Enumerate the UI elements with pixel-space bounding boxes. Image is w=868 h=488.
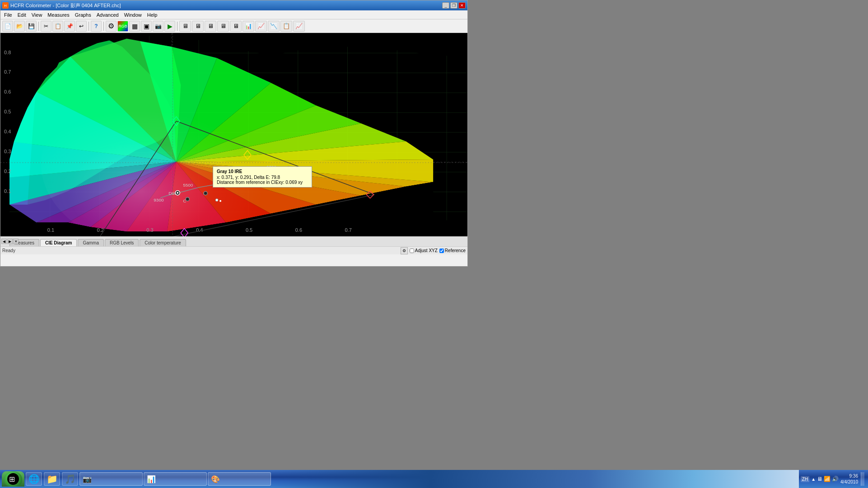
adjust-xyz-input[interactable]	[410, 249, 414, 253]
toolbar: 📄 📂 💾 ✂ 📋 📌 ↩ ? ⚙ RGB ▦ ▣ 📷 ▶ 🖥 🖥 🖥 🖥 🖥 …	[0, 19, 467, 33]
tab-nav: ◀ ▶ ✕	[1, 239, 19, 244]
menu-bar: File Edit View Measures Graphs Advanced …	[0, 10, 467, 19]
taskbar-app-paint[interactable]: 🎨	[208, 472, 271, 486]
tab-cie-diagram[interactable]: CIE Diagram	[40, 239, 77, 246]
svg-point-85	[186, 197, 189, 201]
menu-window[interactable]: Window	[121, 11, 145, 19]
menu-edit[interactable]: Edit	[15, 11, 29, 19]
copy-button[interactable]: 📋	[52, 21, 63, 32]
reference-input[interactable]	[439, 249, 444, 253]
menu-view[interactable]: View	[29, 11, 45, 19]
svg-text:0.4: 0.4	[4, 129, 11, 134]
title-bar-buttons: _ ❐ ✕	[442, 2, 466, 9]
reference-checkbox[interactable]: Reference	[439, 248, 466, 253]
chart2-button[interactable]: 📈	[255, 21, 267, 32]
tab-prev-button[interactable]: ◀	[1, 239, 7, 244]
tab-close-button[interactable]: ✕	[13, 239, 19, 244]
svg-marker-48	[0, 33, 9, 236]
separator-1	[38, 22, 39, 31]
show-desktop-button[interactable]	[861, 472, 864, 486]
tab-color-temperature[interactable]: Color temperature	[140, 239, 186, 246]
cie-chart-area: 0.8 0.7 0.6 0.5 0.4 0.3 0.2 0.1 0.1 0.2 …	[0, 33, 467, 236]
new-button[interactable]: 📄	[2, 21, 13, 32]
monitor5-button[interactable]: 🖥	[230, 21, 242, 32]
taskbar-bg	[273, 470, 799, 488]
color-wheel-button[interactable]: ⚙	[106, 21, 117, 32]
monitor2-button[interactable]: 🖥	[192, 21, 204, 32]
separator-4	[177, 22, 177, 31]
paste-button[interactable]: 📌	[64, 21, 75, 32]
tabs-bar: ◀ ▶ ✕ Measures CIE Diagram Gamma RGB Lev…	[0, 236, 467, 246]
separator-2	[89, 22, 89, 31]
svg-text:0.6: 0.6	[295, 227, 302, 233]
svg-text:0.6: 0.6	[4, 89, 11, 94]
window-title: HCFR Colorimeter - [Color 影声 0404 AFTER.…	[10, 2, 121, 9]
chart4-button[interactable]: 📋	[280, 21, 292, 32]
title-bar: H HCFR Colorimeter - [Color 影声 0404 AFTE…	[0, 0, 467, 10]
system-tray: ZH ▲ 🖥 📶 🔊 9:36 4/4/2010	[801, 472, 866, 486]
menu-measures[interactable]: Measures	[45, 11, 72, 19]
status-icon: ⚙	[401, 247, 408, 254]
taskbar-app-chart[interactable]: 📊	[144, 472, 207, 486]
monitor4-button[interactable]: 🖥	[217, 21, 229, 32]
folder-button[interactable]: 📁	[44, 472, 60, 486]
svg-text:0.3: 0.3	[146, 227, 153, 233]
close-button[interactable]: ✕	[458, 2, 466, 9]
app-icon: H	[2, 2, 9, 9]
svg-point-83	[177, 192, 178, 194]
volume-icon: 🔊	[832, 476, 839, 482]
chart1-button[interactable]: 📊	[243, 21, 254, 32]
svg-text:0.1: 0.1	[4, 188, 11, 194]
rgb-button[interactable]: RGB	[117, 21, 128, 32]
svg-text:0.2: 0.2	[4, 169, 11, 174]
save-button[interactable]: 💾	[26, 21, 37, 32]
svg-point-84	[204, 192, 207, 195]
svg-text:5500: 5500	[183, 183, 193, 188]
help-button[interactable]: ?	[91, 21, 102, 32]
menu-graphs[interactable]: Graphs	[72, 11, 94, 19]
media-button[interactable]: 🎵	[62, 472, 78, 486]
svg-text:⊞: ⊞	[9, 475, 15, 483]
cut-button[interactable]: ✂	[41, 21, 51, 32]
svg-text:2700: 2700	[266, 164, 277, 169]
menu-advanced[interactable]: Advanced	[94, 11, 121, 19]
tab-next-button[interactable]: ▶	[7, 239, 13, 244]
chart5-button[interactable]: 📈	[293, 21, 305, 32]
menu-file[interactable]: File	[1, 11, 15, 19]
status-bar: Ready ⚙ Adjust XYZ Reference	[0, 246, 467, 254]
pattern2-button[interactable]: ▣	[141, 21, 152, 32]
chart3-button[interactable]: 📉	[268, 21, 280, 32]
svg-text:0.7: 0.7	[345, 227, 352, 233]
title-bar-text: H HCFR Colorimeter - [Color 影声 0404 AFTE…	[2, 2, 121, 9]
pattern1-button[interactable]: ▦	[129, 21, 140, 32]
tab-rgb-levels[interactable]: RGB Levels	[105, 239, 139, 246]
start-button[interactable]: ⊞	[2, 471, 24, 487]
undo-button[interactable]: ↩	[76, 21, 87, 32]
reference-label: Reference	[445, 248, 466, 253]
camera-button[interactable]: 📷	[153, 21, 163, 32]
monitor1-button[interactable]: 🖥	[179, 21, 191, 32]
svg-text:0.5: 0.5	[4, 109, 11, 114]
taskbar-app-photos[interactable]: 📷	[79, 472, 143, 486]
minimize-button[interactable]: _	[442, 2, 449, 9]
menu-help[interactable]: Help	[145, 11, 160, 19]
tab-gamma[interactable]: Gamma	[78, 239, 104, 246]
open-button[interactable]: 📂	[14, 21, 25, 32]
taskbar: ⊞ 🌐 📁 🎵 📷 📊 🎨 ZH ▲ 🖥 📶 🔊 9:36 4/4/2010	[0, 470, 868, 488]
svg-text:0.1: 0.1	[47, 227, 54, 233]
main-window: H HCFR Colorimeter - [Color 影声 0404 AFTE…	[0, 0, 468, 267]
status-right: ⚙ Adjust XYZ Reference	[401, 247, 466, 254]
adjust-xyz-checkbox[interactable]: Adjust XYZ	[410, 248, 438, 253]
svg-text:0.8: 0.8	[4, 50, 11, 55]
restore-button[interactable]: ❐	[450, 2, 457, 9]
locale-indicator: ZH	[801, 476, 809, 482]
date-display: 4/4/2010	[840, 479, 858, 485]
ie-button[interactable]: 🌐	[26, 472, 42, 486]
monitor3-button[interactable]: 🖥	[205, 21, 216, 32]
play-button[interactable]: ▶	[164, 21, 175, 32]
time-display: 9:36	[840, 473, 858, 479]
svg-text:0.3: 0.3	[4, 149, 11, 154]
svg-text:0.2: 0.2	[97, 227, 104, 233]
clock[interactable]: 9:36 4/4/2010	[840, 473, 858, 485]
signal-icon: 📶	[824, 476, 831, 482]
